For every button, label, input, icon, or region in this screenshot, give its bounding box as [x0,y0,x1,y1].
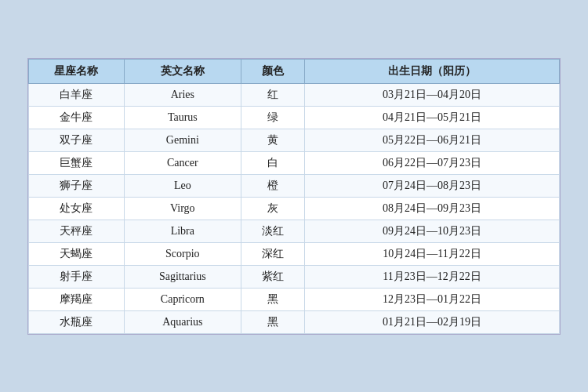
cell-chinese: 狮子座 [29,174,125,197]
cell-date: 04月21日—05月21日 [305,106,560,129]
zodiac-table: 星座名称 英文名称 颜色 出生日期（阳历） 白羊座Aries红03月21日—04… [28,59,560,334]
cell-color: 绿 [241,106,304,129]
cell-chinese: 天蝎座 [29,242,125,265]
header-english: 英文名称 [124,59,241,83]
table-row: 狮子座Leo橙07月24日—08月23日 [29,174,560,197]
cell-chinese: 摩羯座 [29,288,125,310]
cell-color: 红 [241,83,304,106]
table-row: 天蝎座Scorpio深红10月24日—11月22日 [29,242,560,265]
cell-english: Capricorn [124,288,241,310]
header-chinese: 星座名称 [29,59,125,83]
cell-chinese: 处女座 [29,197,125,220]
zodiac-table-wrapper: 星座名称 英文名称 颜色 出生日期（阳历） 白羊座Aries红03月21日—04… [27,58,561,335]
cell-chinese: 天秤座 [29,220,125,242]
cell-english: Taurus [124,106,241,129]
cell-english: Aquarius [124,310,241,333]
cell-date: 07月24日—08月23日 [305,174,560,197]
cell-chinese: 水瓶座 [29,310,125,333]
cell-chinese: 巨蟹座 [29,151,125,174]
cell-date: 08月24日—09月23日 [305,197,560,220]
cell-date: 12月23日—01月22日 [305,288,560,310]
table-header-row: 星座名称 英文名称 颜色 出生日期（阳历） [29,59,560,83]
cell-color: 黑 [241,310,304,333]
cell-color: 黄 [241,129,304,151]
cell-color: 紫红 [241,265,304,288]
cell-english: Gemini [124,129,241,151]
table-row: 水瓶座Aquarius黑01月21日—02月19日 [29,310,560,333]
cell-date: 03月21日—04月20日 [305,83,560,106]
cell-color: 白 [241,151,304,174]
cell-english: Sagittarius [124,265,241,288]
cell-color: 橙 [241,174,304,197]
cell-date: 06月22日—07月23日 [305,151,560,174]
cell-chinese: 射手座 [29,265,125,288]
cell-color: 黑 [241,288,304,310]
cell-english: Cancer [124,151,241,174]
table-row: 金牛座Taurus绿04月21日—05月21日 [29,106,560,129]
header-date: 出生日期（阳历） [305,59,560,83]
cell-chinese: 金牛座 [29,106,125,129]
cell-color: 深红 [241,242,304,265]
cell-english: Leo [124,174,241,197]
table-body: 白羊座Aries红03月21日—04月20日金牛座Taurus绿04月21日—0… [29,83,560,333]
cell-chinese: 双子座 [29,129,125,151]
cell-english: Scorpio [124,242,241,265]
cell-english: Libra [124,220,241,242]
cell-english: Aries [124,83,241,106]
cell-color: 淡红 [241,220,304,242]
cell-date: 11月23日—12月22日 [305,265,560,288]
cell-date: 09月24日—10月23日 [305,220,560,242]
table-row: 巨蟹座Cancer白06月22日—07月23日 [29,151,560,174]
cell-chinese: 白羊座 [29,83,125,106]
table-row: 双子座Gemini黄05月22日—06月21日 [29,129,560,151]
header-color: 颜色 [241,59,304,83]
cell-english: Virgo [124,197,241,220]
cell-date: 05月22日—06月21日 [305,129,560,151]
table-row: 天秤座Libra淡红09月24日—10月23日 [29,220,560,242]
cell-color: 灰 [241,197,304,220]
table-row: 摩羯座Capricorn黑12月23日—01月22日 [29,288,560,310]
cell-date: 01月21日—02月19日 [305,310,560,333]
table-row: 白羊座Aries红03月21日—04月20日 [29,83,560,106]
table-row: 处女座Virgo灰08月24日—09月23日 [29,197,560,220]
cell-date: 10月24日—11月22日 [305,242,560,265]
table-row: 射手座Sagittarius紫红11月23日—12月22日 [29,265,560,288]
